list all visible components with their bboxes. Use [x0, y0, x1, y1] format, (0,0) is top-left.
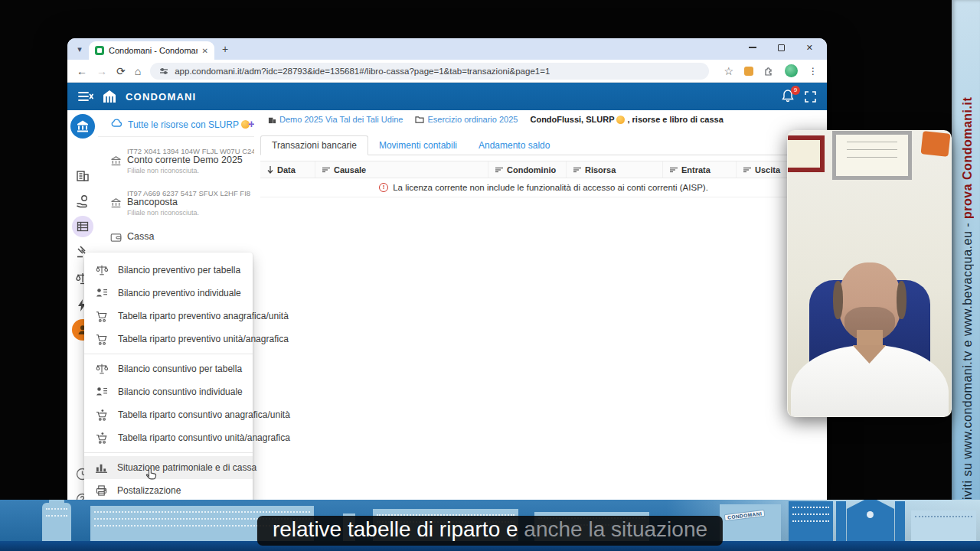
filter-lines-icon [670, 167, 678, 173]
profile-avatar[interactable] [785, 64, 798, 77]
app-body: Tutte le risorse con SLURP + IT72 X041 1… [67, 110, 827, 511]
side-banner: iscriviti su www.condomani.tv e www.beva… [952, 0, 980, 551]
menu-item-label: Bilancio preventivo per tabella [118, 265, 240, 276]
extension-icon[interactable] [744, 67, 753, 76]
filter-lines-icon [573, 167, 581, 173]
content-tabs: Transazioni bancarie Movimenti contabili… [260, 135, 822, 155]
column-header-causale[interactable]: Causale [315, 161, 488, 178]
minimize-icon[interactable] [749, 47, 756, 48]
menu-item-riparto-consuntivo-unita-anagrafica[interactable]: Tabella riparto consuntivo unità/anagraf… [84, 426, 253, 449]
notifications-button[interactable]: 9 [782, 89, 797, 104]
printer-icon [96, 485, 107, 496]
bar-chart-icon [96, 462, 107, 473]
menu-item-situazione-patrimoniale[interactable]: Situazione patrimoniale e di cassa [84, 456, 253, 479]
menu-item-bilancio-consuntivo-tabella[interactable]: Bilancio consuntivo per tabella [84, 357, 253, 380]
hand-money-icon [76, 194, 90, 208]
side-banner-bold: prova Condomani.it [961, 97, 974, 219]
menu-item-bilancio-preventivo-tabella[interactable]: Bilancio preventivo per tabella [84, 259, 253, 282]
skyline-church [836, 500, 906, 541]
tab-movimenti-contabili[interactable]: Movimenti contabili [368, 136, 468, 155]
menu-item-label: Bilancio preventivo individuale [118, 288, 241, 298]
webcam-presenter-hair [897, 281, 906, 319]
menu-divider [84, 452, 253, 453]
cart-person-icon [96, 432, 108, 444]
resources-header[interactable]: Tutte le risorse con SLURP + [98, 116, 254, 135]
person-list-icon [96, 288, 108, 298]
breadcrumb: Demo 2025 Via Tal dei Tali Udine Eserciz… [268, 115, 724, 124]
account-note: Filiale non riconosciuta. [127, 167, 199, 174]
column-header-condominio[interactable]: Condominio [488, 161, 567, 178]
side-banner-normal: iscriviti su www.condomani.tv e www.beva… [961, 219, 974, 520]
fullscreen-icon[interactable] [805, 91, 816, 103]
reload-icon[interactable]: ⟳ [116, 66, 126, 77]
tab-transazioni-bancarie[interactable]: Transazioni bancarie [260, 135, 368, 155]
skyline-building [789, 501, 833, 541]
address-bar[interactable]: app.condomani.it/adm?idc=28793&ide=13568… [150, 63, 709, 80]
menu-item-label: Situazione patrimoniale e di cassa [117, 462, 256, 473]
breadcrumb-condominium-label: Demo 2025 Via Tal dei Tali Udine [279, 115, 403, 124]
breadcrumb-condominium-link[interactable]: Demo 2025 Via Tal dei Tali Udine [268, 115, 403, 124]
browser-tab-strip: ▾ Condomani - Condomani ✕ + ✕ [67, 38, 827, 60]
account-name: Conto corrente Demo 2025 [127, 155, 243, 165]
breadcrumb-exercise-link[interactable]: Esercizio ordinario 2025 [415, 115, 518, 124]
breadcrumb-current-prefix: CondoFlussi, SLURP [530, 115, 614, 124]
account-name: Bancoposta [127, 197, 178, 207]
url-text: app.condomani.it/adm?idc=28793&ide=13568… [175, 67, 550, 76]
bank-icon [110, 197, 122, 209]
license-alert: ! La licenza corrente non include le fun… [260, 178, 827, 197]
column-label: Uscita [755, 165, 780, 174]
tab-andamento-saldo[interactable]: Andamento saldo [468, 136, 560, 155]
main-content: Demo 2025 Via Tal dei Tali Udine Eserciz… [254, 110, 827, 511]
menu-item-bilancio-consuntivo-individuale[interactable]: Bilancio consuntivo individuale [84, 380, 253, 403]
caption-pending-text: anche la situazione [524, 517, 707, 541]
webcam-certificate-frame-gray [832, 131, 912, 180]
menu-item-riparto-preventivo-anagrafica-unita[interactable]: Tabella riparto preventivo anagrafica/un… [84, 305, 253, 328]
divider [98, 136, 254, 137]
bank-icon [110, 155, 122, 167]
skyline-building [42, 503, 71, 541]
forward-icon[interactable]: → [96, 66, 107, 77]
caption-spoken-text: relative tabelle di riparto e [273, 517, 524, 541]
browser-menu-kebab-icon[interactable]: ⋮ [808, 66, 818, 77]
tab-close-icon[interactable]: ✕ [202, 47, 208, 55]
close-icon[interactable]: ✕ [806, 44, 813, 52]
menu-item-label: Tabella riparto consuntivo unità/anagraf… [118, 432, 290, 443]
column-header-entrata[interactable]: Entrata [663, 161, 737, 178]
column-header-data[interactable]: Data [260, 161, 315, 178]
column-label: Entrata [681, 165, 710, 174]
table-header-row: Data Causale Condominio Risorsa [260, 161, 827, 178]
sidebar-item-condominiums[interactable] [76, 168, 90, 182]
back-icon[interactable]: ← [77, 66, 87, 77]
person-list-icon [96, 386, 108, 397]
cart-icon [96, 334, 108, 345]
maximize-icon[interactable] [778, 44, 785, 51]
menu-toggle-icon[interactable] [78, 91, 93, 102]
webcam-presenter-hair [833, 281, 843, 319]
site-settings-icon[interactable] [159, 67, 168, 76]
menu-item-postalizzazione[interactable]: Postalizzazione [84, 479, 253, 502]
sidebar-item-ledger-active[interactable] [72, 216, 93, 237]
webcam-overlay [787, 130, 952, 417]
favicon-icon [95, 46, 104, 55]
home-icon[interactable]: ⌂ [135, 66, 141, 77]
sidebar-item-banks-active[interactable] [70, 114, 95, 139]
browser-window: ▾ Condomani - Condomani ✕ + ✕ ← → ⟳ ⌂ [67, 38, 827, 511]
menu-item-label: Bilancio consuntivo individuale [118, 386, 243, 397]
sidebar-item-payments[interactable] [76, 194, 90, 208]
resources-title-text: Tutte le risorse con SLURP [128, 119, 239, 130]
tab-search-chevron-icon[interactable]: ▾ [74, 44, 86, 54]
browser-tab[interactable]: Condomani - Condomani ✕ [89, 41, 214, 60]
cloud-icon [111, 119, 122, 127]
menu-item-riparto-preventivo-unita-anagrafica[interactable]: Tabella riparto preventivo unità/anagraf… [84, 328, 253, 350]
bookmark-star-icon[interactable]: ☆ [724, 66, 733, 77]
building-icon [76, 168, 90, 182]
new-tab-button[interactable]: + [222, 44, 228, 54]
skyline-building-condomani: CONDOMANI [720, 504, 781, 541]
tab-title: Condomani - Condomani [109, 46, 198, 55]
filter-lines-icon [322, 167, 330, 173]
column-header-risorsa[interactable]: Risorsa [567, 161, 663, 178]
app-header: CONDOMANI 9 [67, 83, 827, 110]
menu-item-riparto-consuntivo-anagrafica-unita[interactable]: Tabella riparto consuntivo anagrafica/un… [84, 403, 253, 426]
menu-item-bilancio-preventivo-individuale[interactable]: Bilancio preventivo individuale [84, 282, 253, 305]
puzzle-icon[interactable] [764, 66, 774, 76]
